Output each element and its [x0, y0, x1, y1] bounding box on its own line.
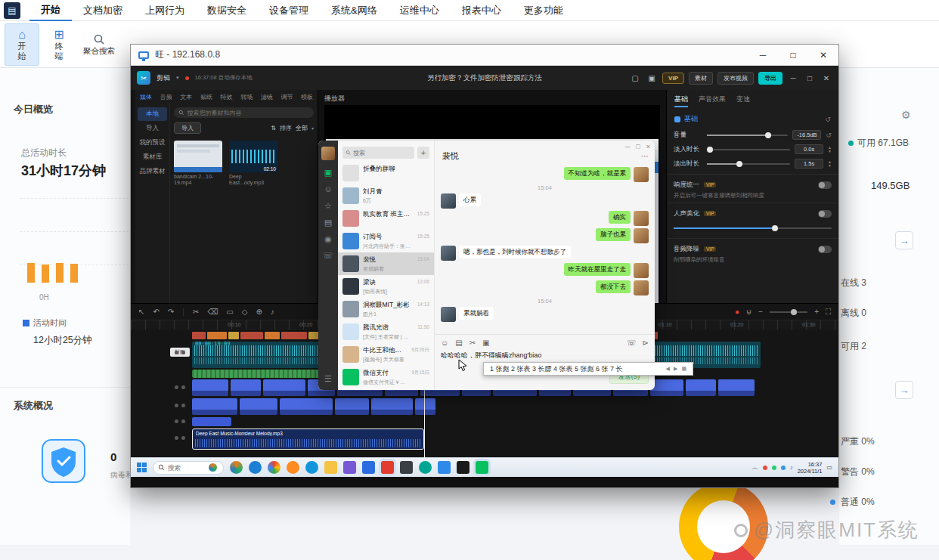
layout-2-icon[interactable]: ▣ [646, 74, 658, 82]
tray-dot-icon[interactable] [763, 466, 767, 470]
avatar[interactable] [634, 167, 649, 182]
track-head[interactable] [175, 351, 190, 354]
text-clip[interactable] [281, 332, 307, 339]
avatar[interactable] [634, 280, 649, 295]
sort-icon[interactable]: ⇅ [271, 125, 276, 131]
tab-speed[interactable]: 变速 [736, 94, 750, 107]
delete-icon[interactable]: ⌫ [207, 308, 218, 316]
rail-brand[interactable]: 品牌素材 [138, 165, 167, 178]
tab-text[interactable]: 文本 [180, 93, 192, 101]
editor-minimize-icon[interactable]: ─ [787, 74, 799, 82]
media-search[interactable] [174, 107, 314, 118]
track-head[interactable] [175, 385, 190, 389]
stepper[interactable]: ▲▼ [828, 146, 832, 153]
vocal-slider[interactable] [674, 227, 832, 229]
avatar[interactable] [634, 263, 649, 278]
favorites-icon[interactable]: ☆ [324, 202, 332, 210]
export-button[interactable]: 导出 [758, 72, 782, 85]
firefox-icon[interactable] [287, 461, 299, 474]
menu-item-web-behavior[interactable]: 上网行为 [134, 0, 196, 21]
record-icon[interactable]: ● [735, 308, 739, 316]
minimize-icon[interactable]: ─ [748, 45, 778, 65]
highlights-icon[interactable] [209, 463, 217, 472]
tray-dot-icon[interactable] [781, 466, 786, 470]
media-item-audio[interactable]: 02:10 Deep East...ody.mp3 [229, 141, 277, 187]
mic-icon[interactable]: ⊍ [746, 308, 752, 316]
zoom-out-icon[interactable]: − [758, 308, 763, 316]
remote-window-titlebar[interactable]: 旺 - 192.168.0.8 ─ □ ✕ [131, 45, 838, 66]
avatar[interactable] [441, 193, 456, 209]
loudness-toggle[interactable] [818, 181, 832, 189]
marker-icon[interactable]: ⊕ [256, 308, 262, 316]
fade-in-value[interactable]: 0.0s [795, 144, 823, 154]
maximize-icon[interactable]: □ [778, 45, 808, 65]
volume-slider[interactable] [707, 135, 788, 136]
video-clip[interactable] [192, 398, 237, 415]
undo-icon[interactable]: ↶ [153, 308, 159, 316]
qq-icon[interactable] [305, 461, 318, 474]
wechat-icon[interactable] [476, 461, 488, 474]
zoom-in-icon[interactable]: + [814, 308, 819, 316]
text-clip[interactable] [192, 332, 206, 339]
message-input[interactable] [441, 352, 646, 360]
app-teal-icon[interactable] [419, 461, 432, 474]
tab-filter[interactable]: 滤镜 [261, 93, 273, 101]
files-icon[interactable]: ▤ [324, 218, 332, 227]
ime-settings-icon[interactable]: ▦ [681, 366, 686, 372]
more-menu-icon[interactable]: ☰ [318, 374, 338, 384]
start-button[interactable]: ⌂ 开始 [5, 23, 39, 66]
publish-button[interactable]: 发布视频 [717, 72, 754, 85]
wechat-close-icon[interactable]: × [646, 143, 650, 150]
taskbar-search[interactable] [153, 461, 224, 475]
import-button[interactable]: 导入 [174, 122, 201, 134]
menu-item-data-security[interactable]: 数据安全 [196, 0, 258, 21]
moments-icon[interactable]: ◉ [324, 235, 332, 243]
mute-track-icon[interactable]: ♪ [271, 308, 274, 316]
vip-badge[interactable]: VIP [662, 73, 684, 84]
select-tool-icon[interactable]: ↖ [138, 308, 144, 316]
rail-local[interactable]: 本地 [138, 107, 167, 121]
video-clip[interactable] [718, 379, 755, 396]
track-head[interactable] [175, 419, 190, 423]
split-icon[interactable]: ✂ [193, 308, 199, 316]
editor-close-icon[interactable]: ✕ [820, 74, 832, 82]
tab-template[interactable]: 模板 [301, 93, 313, 101]
app-blue-icon[interactable] [362, 461, 375, 474]
reset-icon[interactable]: ↺ [825, 116, 831, 123]
video-clip[interactable] [231, 379, 261, 396]
taskbar-clock[interactable]: 16:37 2024/11/1 [798, 461, 823, 475]
app-dark-icon[interactable] [400, 461, 413, 474]
aggregate-search-button[interactable]: 聚合搜索 [77, 23, 121, 66]
stepper[interactable]: ▲▼ [828, 160, 832, 167]
app-purple-icon[interactable] [343, 461, 356, 474]
tab-adjust[interactable]: 调节 [280, 93, 293, 101]
menu-item-doc-encrypt[interactable]: 文档加密 [72, 0, 134, 21]
avatar[interactable] [441, 307, 456, 322]
selected-audio-clip[interactable]: Deep East Music-Monsieur Melody.mp3 [192, 429, 424, 450]
avatar[interactable] [321, 147, 335, 160]
avatar[interactable] [441, 246, 456, 261]
freeze-frame-icon[interactable]: ▭ [226, 308, 233, 316]
terminal-button[interactable]: ⊞ 终端 [42, 23, 76, 66]
wechat-search[interactable] [342, 147, 414, 159]
capcut-logo-icon[interactable]: ✂ [137, 71, 150, 85]
tab-effects[interactable]: 特效 [221, 93, 233, 101]
conversation-item[interactable]: 梁诀[动画表情] 13:06 [338, 275, 434, 298]
app-logo-icon[interactable]: ▤ [4, 2, 20, 19]
tray-expand-icon[interactable]: ︿ [752, 463, 758, 472]
conversation-item[interactable]: 牛比王和他的好兄...[视频号] 天天都看 9月26日 [338, 343, 434, 366]
x-app-icon[interactable] [457, 461, 470, 474]
taskbar-search-input[interactable] [168, 464, 206, 472]
ime-candidate-bar[interactable]: 1 张彪 2 张表 3 长膘 4 张表 5 张彪 6 张 7 长 ◀ ▶ ▦ [483, 362, 693, 376]
conversation-item[interactable]: 腾讯光谱[文件] 王者荣耀 | 玩转纸... 11:50 [338, 320, 434, 343]
menu-item-ops-center[interactable]: 运维中心 [389, 0, 451, 21]
tab-sticker[interactable]: 贴纸 [200, 93, 212, 101]
ime-candidates[interactable]: 1 张彪 2 张表 3 长膘 4 张表 5 张彪 6 张 7 长 [490, 364, 623, 374]
video-call-icon[interactable]: ⊳ [643, 339, 649, 347]
menu-item-more[interactable]: 更多功能 [513, 0, 575, 21]
editor-maximize-icon[interactable]: □ [804, 74, 816, 82]
video-clip[interactable] [650, 379, 683, 396]
denoise-toggle[interactable] [818, 246, 832, 253]
media-item-video[interactable]: bandicam 2...10-19.mp4 [174, 141, 222, 187]
arrow-more-alerts[interactable]: → [895, 381, 913, 399]
